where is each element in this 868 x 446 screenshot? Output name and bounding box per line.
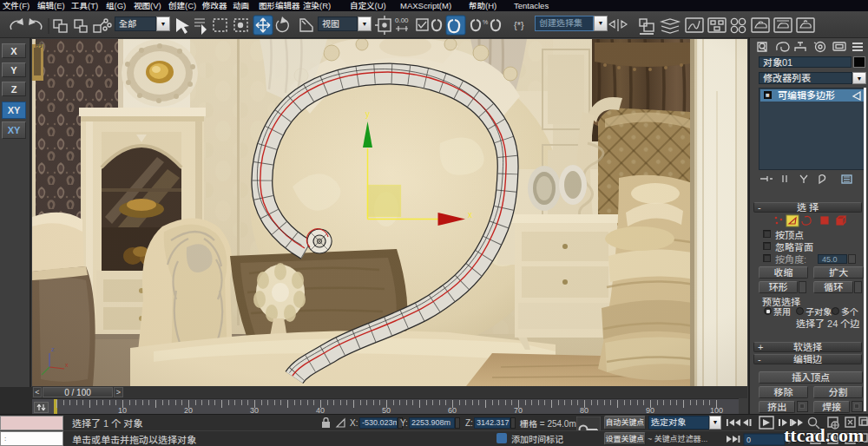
svg-text:x: x [65,362,69,368]
svg-text:y: y [365,109,370,119]
svg-text:前: 前 [35,39,43,49]
svg-text:0.00: 0.00 [395,16,409,24]
svg-text:0: 0 [746,436,751,444]
svg-text:{*}: {*} [514,20,524,30]
svg-text:x: x [468,210,472,220]
svg-text:%: % [483,19,488,25]
svg-text:z: z [51,346,55,352]
